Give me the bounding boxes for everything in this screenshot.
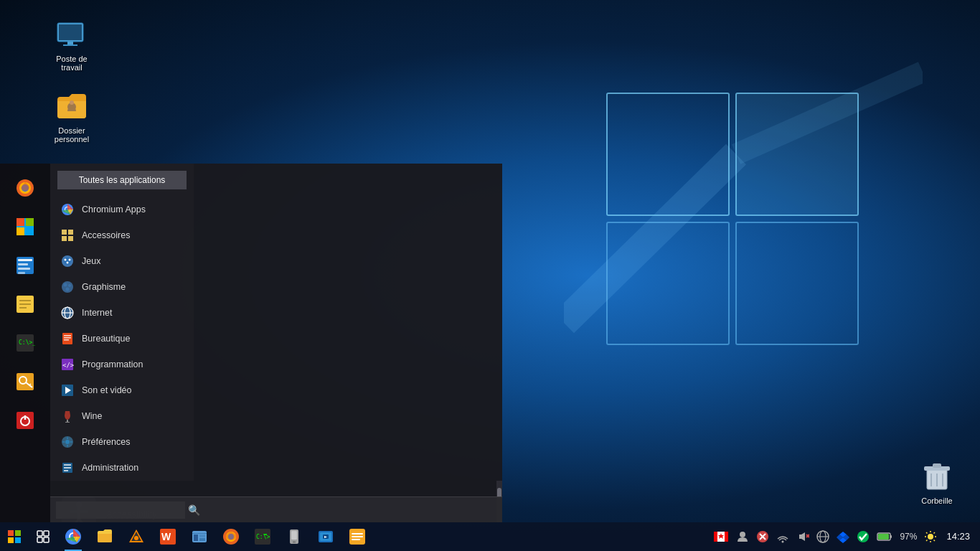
svg-rect-51: [68, 236, 73, 241]
accessoires-icon: [60, 228, 75, 242]
desktop-icon-corbeille[interactable]: Corbeille: [908, 456, 966, 508]
svg-rect-152: [890, 535, 892, 538]
start-button[interactable]: [0, 522, 29, 551]
corbeille-label: Corbeille: [921, 496, 952, 505]
taskbar-usb[interactable]: [278, 522, 310, 551]
jeux-label: Jeux: [82, 256, 100, 266]
taskbar-files[interactable]: [89, 522, 121, 551]
search-input[interactable]: [56, 501, 185, 519]
svg-rect-125: [293, 541, 296, 543]
tray-user[interactable]: [734, 530, 751, 543]
start-menu-main: Toutes les applications Chromium Apps: [50, 164, 502, 522]
category-preferences[interactable]: Préférences: [50, 429, 194, 455]
svg-point-54: [65, 259, 67, 261]
category-graphisme[interactable]: Graphisme: [50, 274, 194, 300]
tray-update[interactable]: [754, 530, 771, 543]
desktop-icon-poste-travail[interactable]: Poste de travail: [43, 14, 100, 75]
tray-brightness[interactable]: [922, 530, 939, 543]
svg-rect-96: [8, 530, 14, 536]
search-icon[interactable]: 🔍: [188, 504, 200, 516]
svg-rect-29: [18, 263, 28, 265]
svg-rect-15: [933, 463, 941, 468]
category-programmation[interactable]: </> Programmation: [50, 352, 194, 377]
svg-rect-102: [37, 537, 42, 542]
taskbar-filemanager[interactable]: [184, 522, 215, 551]
svg-rect-31: [18, 272, 25, 274]
task-view-button[interactable]: [29, 522, 57, 551]
svg-line-5: [564, 154, 736, 323]
svg-line-162: [926, 540, 928, 542]
chromium-apps-label: Chromium Apps: [82, 204, 146, 215]
taskbar-app-yellow[interactable]: [341, 522, 373, 551]
svg-point-12: [70, 100, 74, 105]
taskbar-office[interactable]: W: [152, 522, 184, 551]
svg-point-154: [928, 534, 933, 540]
taskbar-apps: W: [57, 522, 705, 551]
desktop: Poste de travail Dossier personnel: [0, 0, 980, 551]
category-wine[interactable]: Wine: [50, 403, 194, 429]
svg-point-76: [65, 440, 70, 444]
tray-vpn[interactable]: [814, 530, 831, 543]
desktop-icon-dossier-personnel[interactable]: Dossier personnel: [43, 86, 100, 146]
tray-language[interactable]: [711, 529, 731, 545]
sidebar-icon-panel[interactable]: [8, 248, 42, 283]
svg-rect-99: [15, 537, 21, 543]
preferences-icon: [60, 435, 75, 449]
category-son-video[interactable]: Son et vidéo: [50, 377, 194, 403]
tray-audio[interactable]: [794, 530, 811, 543]
taskbar: W: [0, 522, 980, 551]
sidebar-icon-key[interactable]: [8, 364, 42, 399]
tray-dropbox[interactable]: [834, 530, 852, 543]
svg-point-58: [64, 283, 67, 287]
sidebar-icon-store[interactable]: [8, 209, 42, 244]
category-administration[interactable]: Administration: [50, 455, 194, 481]
time-value: 14:23: [946, 530, 970, 543]
svg-point-136: [740, 532, 745, 537]
dossier-personnel-label: Dossier personnel: [46, 126, 98, 143]
svg-rect-48: [62, 230, 67, 235]
svg-rect-132: [352, 536, 363, 537]
svg-rect-3: [736, 222, 858, 344]
svg-rect-8: [59, 24, 82, 40]
svg-rect-66: [64, 335, 71, 336]
svg-rect-80: [64, 470, 68, 471]
svg-rect-25: [17, 227, 24, 235]
category-chromium-apps[interactable]: Chromium Apps: [50, 197, 194, 222]
taskbar-vlc[interactable]: [121, 522, 152, 551]
sidebar-icon-terminal[interactable]: C:\>_: [8, 326, 42, 360]
category-jeux[interactable]: Jeux: [50, 248, 194, 274]
taskbar-chromium[interactable]: [57, 522, 89, 551]
internet-label: Internet: [82, 308, 112, 318]
all-apps-button[interactable]: Toutes les applications: [57, 171, 187, 189]
tray-battery[interactable]: [875, 532, 895, 542]
svg-rect-115: [199, 534, 205, 537]
categories-panel: Toutes les applications Chromium Apps: [50, 164, 194, 481]
category-internet[interactable]: Internet: [50, 300, 194, 326]
taskbar-firefox[interactable]: [215, 522, 247, 551]
battery-percent: 97%: [897, 532, 919, 542]
taskbar-virtualbox[interactable]: [310, 522, 341, 551]
tray-network[interactable]: [774, 530, 791, 543]
svg-rect-42: [17, 412, 34, 429]
dossier-personnel-icon: [55, 89, 89, 123]
graphisme-icon: [60, 280, 75, 294]
sidebar-icon-firefox[interactable]: [8, 171, 42, 205]
svg-rect-24: [26, 218, 34, 226]
sidebar-icon-power[interactable]: [8, 403, 42, 438]
svg-rect-97: [15, 530, 21, 536]
svg-rect-65: [62, 333, 72, 344]
svg-rect-10: [63, 44, 77, 46]
sidebar-icon-sticky[interactable]: [8, 287, 42, 321]
svg-rect-67: [64, 337, 71, 339]
svg-rect-113: [192, 533, 207, 534]
taskbar-terminal[interactable]: C:\>: [247, 522, 278, 551]
administration-icon: [60, 461, 75, 475]
chromium-apps-icon: [60, 202, 75, 217]
category-bureautique[interactable]: Bureautique: [50, 326, 194, 352]
son-video-label: Son et vidéo: [82, 385, 132, 395]
svg-line-160: [934, 540, 936, 542]
tray-check[interactable]: [854, 530, 872, 543]
svg-rect-78: [64, 464, 71, 466]
category-accessoires[interactable]: Accessoires: [50, 222, 194, 248]
clock[interactable]: 14:23: [942, 530, 974, 543]
